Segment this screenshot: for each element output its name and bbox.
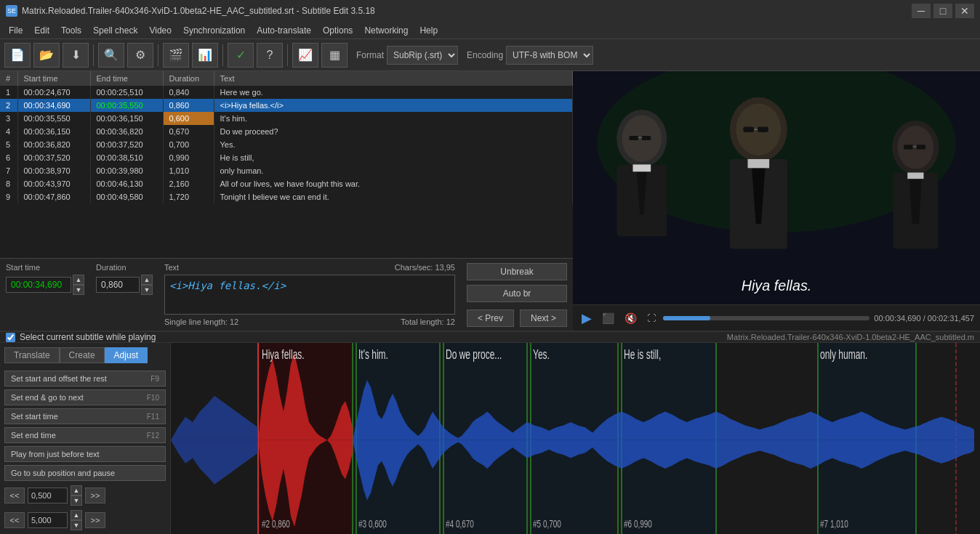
menu-spellcheck[interactable]: Spell check — [87, 24, 143, 37]
table-body: 100:00:24,67000:00:25,5100,840Here we go… — [0, 86, 573, 203]
table-row[interactable]: 800:00:43,97000:00:46,1302,160All of our… — [0, 177, 573, 190]
small-input-1[interactable] — [28, 488, 68, 503]
menu-synchronization[interactable]: Synchronization — [177, 24, 251, 37]
menu-autotranslate[interactable]: Auto-translate — [251, 24, 317, 37]
close-button[interactable]: ✕ — [955, 4, 974, 18]
waveform-button[interactable]: 📊 — [192, 43, 218, 68]
small-next-btn[interactable]: >> — [85, 488, 105, 503]
video-svg: Hiya fellas. — [573, 71, 980, 304]
mute-button[interactable]: 🔇 — [622, 311, 640, 325]
total-length: Total length: 12 — [401, 317, 455, 326]
subtitle-table: # Start time End time Duration Text 100:… — [0, 71, 573, 203]
waveform-area[interactable]: Hiya fellas. #2 0,860 It's him. #3 0,600… — [171, 343, 980, 534]
check-button[interactable]: ✓ — [228, 43, 254, 68]
new-button[interactable]: 📄 — [4, 43, 31, 68]
settings-button[interactable]: ⚙ — [127, 43, 153, 68]
table-row[interactable]: 700:00:38,97000:00:39,9801,010only human… — [0, 164, 573, 177]
set-end-go-next-button[interactable]: Set end & go to next F10 — [4, 389, 166, 405]
start-time-down[interactable]: ▼ — [73, 285, 84, 295]
small-prev-btn[interactable]: << — [4, 488, 25, 503]
set-start-offset-button[interactable]: Set start and offset the rest F9 — [4, 371, 166, 387]
menu-tools[interactable]: Tools — [55, 24, 87, 37]
table-row[interactable]: 900:00:47,86000:00:49,5801,720Tonight I … — [0, 190, 573, 203]
table-row[interactable]: 500:00:36,82000:00:37,5200,700Yes. — [0, 138, 573, 151]
encoding-select[interactable]: UTF-8 with BOM — [506, 46, 593, 65]
small-next-btn2[interactable]: >> — [85, 512, 105, 528]
menu-help[interactable]: Help — [414, 24, 443, 37]
bottom-toolbar: Select current subtitle while playing Ma… — [0, 332, 980, 343]
small-spin-down1[interactable]: ▼ — [71, 495, 82, 506]
select-checkbox[interactable] — [6, 333, 15, 342]
cell-value: 00:00:49,580 — [90, 190, 163, 203]
duration-up[interactable]: ▲ — [141, 275, 153, 285]
duration-input[interactable] — [96, 277, 140, 293]
set-end-time-button[interactable]: Set end time F12 — [4, 427, 166, 443]
table-row[interactable]: 300:00:35,55000:00:36,1500,600It's him. — [0, 112, 573, 125]
table-row[interactable]: 200:00:34,69000:00:35,5500,860<i>Hiya fe… — [0, 99, 573, 112]
list-button[interactable]: ▦ — [321, 43, 348, 68]
menu-options[interactable]: Options — [317, 24, 358, 37]
play-before-text-button[interactable]: Play from just before text — [4, 446, 166, 462]
table-row[interactable]: 400:00:36,15000:00:36,8200,670Do we proc… — [0, 125, 573, 138]
unbreak-button[interactable]: Unbreak — [467, 263, 567, 280]
text-footer: Single line length: 12 Total length: 12 — [164, 317, 455, 326]
tab-translate[interactable]: Translate — [4, 347, 60, 363]
svg-text:Yes.: Yes. — [533, 347, 550, 361]
menubar: File Edit Tools Spell check Video Synchr… — [0, 22, 980, 39]
format-select[interactable]: SubRip (.srt) — [387, 46, 458, 65]
text-edit-area[interactable]: <i>Hiya fellas.</i> — [164, 275, 455, 315]
menu-networking[interactable]: Networking — [358, 24, 414, 37]
minimize-button[interactable]: ─ — [912, 4, 931, 18]
video-panel: Hiya fellas. ▶ ⬛ 🔇 ⛶ 00:00:34,690 / 00:0… — [573, 71, 980, 331]
fullscreen-button[interactable]: ⛶ — [644, 312, 659, 325]
toolbar: 📄 📂 ⬇ 🔍 ⚙ 🎬 📊 ✓ ? 📈 ▦ Format SubRip (.sr… — [0, 39, 980, 71]
menu-file[interactable]: File — [3, 24, 28, 37]
small-spin-down2[interactable]: ▼ — [71, 520, 82, 530]
open-button[interactable]: 📂 — [33, 43, 60, 68]
download-button[interactable]: ⬇ — [63, 43, 89, 68]
video-progress-fill — [663, 316, 710, 320]
svg-text:He is still,: He is still, — [624, 347, 661, 361]
next-button[interactable]: Next > — [520, 310, 567, 327]
edit-actions: Unbreak Auto br < Prev Next > — [467, 263, 567, 326]
cell-value: 00:00:36,150 — [17, 125, 90, 138]
video-button[interactable]: 🎬 — [163, 43, 189, 68]
svg-text:It's him.: It's him. — [358, 347, 388, 361]
single-line-length: Single line length: 12 — [164, 317, 238, 326]
maximize-button[interactable]: □ — [933, 4, 952, 18]
small-input-2[interactable] — [28, 512, 68, 528]
play-button[interactable]: ▶ — [579, 309, 595, 328]
menu-edit[interactable]: Edit — [28, 24, 55, 37]
video-progress[interactable] — [663, 316, 869, 320]
cell-value: 00:00:37,520 — [90, 138, 163, 151]
small-spin-up1[interactable]: ▲ — [71, 485, 82, 495]
tab-adjust[interactable]: Adjust — [105, 347, 148, 363]
left-controls: Translate Create Adjust Set start and of… — [0, 343, 171, 534]
app-icon: SE — [6, 5, 17, 17]
graph-button[interactable]: 📈 — [292, 43, 318, 68]
svg-text:#5  0,700: #5 0,700 — [533, 519, 561, 530]
start-time-input[interactable] — [6, 277, 71, 293]
cell-text: It's him. — [214, 112, 573, 125]
find-button[interactable]: 🔍 — [98, 43, 124, 68]
table-row[interactable]: 100:00:24,67000:00:25,5100,840Here we go… — [0, 86, 573, 99]
cell-value: 0,990 — [163, 151, 214, 164]
goto-sub-pause-button[interactable]: Go to sub position and pause — [4, 465, 166, 481]
small-prev-btn2[interactable]: << — [4, 512, 25, 528]
svg-text:#3  0,600: #3 0,600 — [358, 519, 387, 530]
table-scroll[interactable]: # Start time End time Duration Text 100:… — [0, 71, 573, 258]
start-time-up[interactable]: ▲ — [73, 275, 84, 285]
stop-button[interactable]: ⬛ — [599, 311, 617, 325]
auto-br-button[interactable]: Auto br — [467, 285, 567, 302]
small-spin-up2[interactable]: ▲ — [71, 510, 82, 520]
set-start-time-button[interactable]: Set start time F11 — [4, 408, 166, 424]
menu-video[interactable]: Video — [143, 24, 177, 37]
tab-create[interactable]: Create — [60, 347, 105, 363]
cell-value: 0,840 — [163, 86, 214, 99]
prev-button[interactable]: < Prev — [467, 310, 514, 327]
table-row[interactable]: 600:00:37,52000:00:38,5100,990He is stil… — [0, 151, 573, 164]
duration-down[interactable]: ▼ — [141, 285, 153, 295]
svg-text:#6  0,990: #6 0,990 — [624, 519, 652, 530]
help-btn[interactable]: ? — [257, 43, 283, 68]
cell-text: <i>Hiya fellas.</i> — [214, 99, 573, 112]
